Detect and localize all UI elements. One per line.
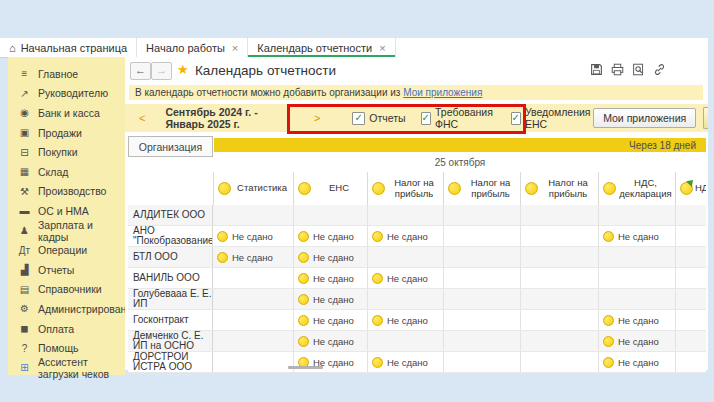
status-cell[interactable]: Не сдано	[598, 352, 675, 372]
status-cell[interactable]	[598, 205, 675, 225]
status-cell[interactable]	[367, 331, 443, 351]
sidebar-item-Главное[interactable]: ≡Главное	[8, 64, 125, 84]
status-cell[interactable]	[443, 226, 520, 246]
clipped-button[interactable]	[703, 107, 708, 129]
status-cell[interactable]	[213, 352, 293, 372]
checkbox-Уведомления ЕНС[interactable]: ✓Уведомления ЕНС	[511, 106, 594, 130]
sidebar-item-Оплата[interactable]: ◼Оплата	[8, 319, 125, 339]
status-cell[interactable]	[675, 226, 706, 246]
status-cell[interactable]: Не сдано	[367, 352, 443, 372]
status-cell[interactable]: Не сдано	[367, 226, 443, 246]
save-icon[interactable]	[590, 63, 603, 76]
sidebar-item-Справочники[interactable]: ▤Справочники	[8, 280, 125, 300]
status-cell[interactable]	[675, 289, 706, 309]
status-cell[interactable]	[520, 289, 598, 309]
status-cell[interactable]: Не сдано	[293, 289, 367, 309]
sidebar-item-Администрирование[interactable]: ⚙Администрирование	[8, 299, 125, 319]
status-cell[interactable]	[443, 310, 520, 330]
status-cell[interactable]	[520, 331, 598, 351]
status-cell[interactable]: Не сдано	[367, 268, 443, 288]
organization-name[interactable]: АНО "Покобразование"	[128, 226, 213, 246]
sidebar-item-Отчеты[interactable]: ▟Отчеты	[8, 260, 125, 280]
status-cell[interactable]	[213, 268, 293, 288]
status-cell[interactable]	[293, 205, 367, 225]
organization-name[interactable]: Демченко С. Е. ИП на ОСНО	[128, 331, 213, 351]
status-cell[interactable]: Не сдано	[213, 226, 293, 246]
my-apps-button[interactable]: Мои приложения	[593, 108, 696, 128]
status-cell[interactable]	[213, 205, 293, 225]
status-cell[interactable]: Не сдано	[293, 247, 367, 267]
status-cell[interactable]: Не сдано	[293, 268, 367, 288]
organization-name[interactable]: ВАНИЛЬ ООО	[128, 268, 213, 288]
status-cell[interactable]: Не сдано	[293, 226, 367, 246]
status-cell[interactable]	[443, 289, 520, 309]
sidebar-item-Производство[interactable]: ⚒Производство	[8, 182, 125, 202]
column-header-Статистика[interactable]: Статистика	[213, 172, 293, 205]
column-header-Налог на прибыль[interactable]: Налог на прибыль	[520, 172, 598, 205]
link-icon[interactable]	[653, 63, 666, 76]
organization-name[interactable]: ДОРСТРОЙ ИСТРА ООО	[128, 352, 213, 372]
status-cell[interactable]	[675, 352, 706, 372]
sidebar-item-Руководителю[interactable]: ↗Руководителю	[8, 84, 125, 104]
status-cell[interactable]	[675, 331, 706, 351]
status-cell[interactable]	[213, 331, 293, 351]
status-cell[interactable]: Не сдано	[367, 310, 443, 330]
horizontal-scrollbar[interactable]	[288, 366, 323, 369]
status-cell[interactable]: Не сдано	[598, 310, 675, 330]
status-cell[interactable]	[598, 289, 675, 309]
status-cell[interactable]	[675, 205, 706, 225]
preview-icon[interactable]	[632, 63, 645, 76]
status-cell[interactable]	[367, 205, 443, 225]
status-cell[interactable]	[675, 268, 706, 288]
status-cell[interactable]: Не сдано	[293, 331, 367, 351]
status-cell[interactable]: Не сдано	[598, 226, 675, 246]
column-header-НДС, декларация[interactable]: НДС, декларация	[598, 172, 675, 205]
organization-name[interactable]: АЛДИТЕК ООО	[128, 205, 213, 225]
my-apps-link[interactable]: Мои приложения	[403, 87, 482, 98]
status-cell[interactable]	[520, 205, 598, 225]
close-tab-icon[interactable]: ×	[232, 42, 238, 54]
status-cell[interactable]	[598, 247, 675, 267]
print-icon[interactable]	[611, 63, 624, 76]
tab-Календарь отчетности[interactable]: Календарь отчетности×	[248, 38, 395, 57]
status-cell[interactable]	[598, 268, 675, 288]
status-cell[interactable]	[675, 247, 706, 267]
status-cell[interactable]	[520, 352, 598, 372]
favorite-star-icon[interactable]: ★	[177, 62, 189, 77]
back-button[interactable]: ←	[130, 62, 151, 80]
status-cell[interactable]: Не сдано	[598, 331, 675, 351]
next-period-button[interactable]: >	[308, 112, 326, 124]
column-header-Налог на прибыль[interactable]: Налог на прибыль	[443, 172, 520, 205]
status-cell[interactable]	[367, 289, 443, 309]
status-cell[interactable]	[520, 247, 598, 267]
status-cell[interactable]	[443, 268, 520, 288]
status-cell[interactable]	[520, 268, 598, 288]
sidebar-item-Склад[interactable]: ▦Склад	[8, 162, 125, 182]
checkbox-Отчеты[interactable]: ✓Отчеты	[352, 112, 405, 125]
sidebar-item-Банк и касса[interactable]: ◉Банк и касса	[8, 103, 125, 123]
status-cell[interactable]	[443, 352, 520, 372]
organization-name[interactable]: Голубевааа Е. Е. ИП	[128, 289, 213, 309]
status-cell[interactable]	[443, 331, 520, 351]
forward-button[interactable]: →	[151, 62, 172, 80]
status-cell[interactable]: Не сдано	[293, 310, 367, 330]
tab-Начало работы[interactable]: Начало работы×	[137, 38, 248, 57]
status-cell[interactable]: Не сдано	[293, 352, 367, 372]
status-cell[interactable]	[443, 247, 520, 267]
organization-column-header[interactable]: Организация	[128, 136, 213, 157]
sidebar-item-Операции[interactable]: ДтОперации	[8, 240, 125, 260]
organization-name[interactable]: БТЛ ООО	[128, 247, 213, 267]
organization-name[interactable]: Госконтракт	[128, 310, 213, 330]
status-cell[interactable]	[443, 205, 520, 225]
checkbox-Требования ФНС[interactable]: ✓Требования ФНС	[421, 106, 496, 130]
status-cell[interactable]	[520, 226, 598, 246]
column-header-НД[interactable]: НД	[675, 172, 706, 205]
status-cell[interactable]	[367, 247, 443, 267]
status-cell[interactable]	[213, 310, 293, 330]
status-cell[interactable]: Не сдано	[213, 247, 293, 267]
status-cell[interactable]	[675, 310, 706, 330]
sidebar-item-Продажи[interactable]: ▣Продажи	[8, 123, 125, 143]
sidebar-item-Зарплата и кадры[interactable]: ♟Зарплата и кадры	[8, 221, 125, 241]
status-cell[interactable]	[213, 289, 293, 309]
status-cell[interactable]	[520, 310, 598, 330]
